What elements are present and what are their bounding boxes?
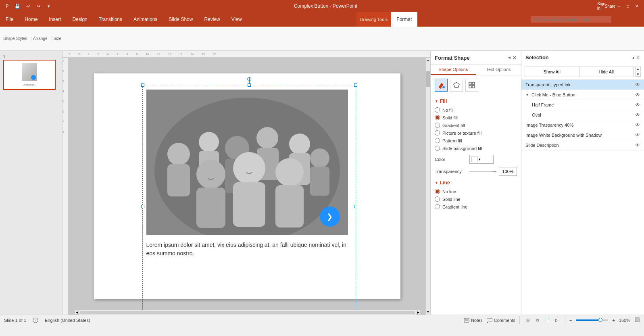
solid-fill-option[interactable]: Solid fill: [435, 115, 517, 120]
sel-item-half-frame-eye[interactable]: 👁: [635, 102, 640, 108]
effects-icon-btn[interactable]: [450, 79, 463, 92]
solid-fill-radio[interactable]: [435, 115, 440, 120]
slideshow-view-icon[interactable]: ▷: [553, 316, 561, 324]
scroll-down-button[interactable]: ▼: [426, 309, 430, 315]
solid-line-radio[interactable]: [435, 196, 440, 202]
scroll-thumb[interactable]: [426, 71, 430, 87]
no-line-radio[interactable]: [435, 189, 440, 194]
tab-shape-options[interactable]: Shape Options: [431, 65, 476, 75]
sel-item-slide-description[interactable]: Slide Description 👁: [521, 140, 644, 150]
reorder-up-button[interactable]: ▲: [635, 67, 641, 71]
tell-me-input[interactable]: [531, 16, 611, 23]
no-line-option[interactable]: No line: [435, 189, 517, 194]
horizontal-scrollbar[interactable]: ◀ ▶: [75, 310, 421, 315]
handle-tl[interactable]: [141, 83, 144, 87]
no-fill-option[interactable]: No fill: [435, 107, 517, 113]
format-shape-close[interactable]: ✕: [512, 54, 517, 61]
zoom-level[interactable]: 160%: [619, 318, 630, 323]
normal-view-icon[interactable]: ⊞: [524, 316, 532, 324]
sel-item-transparent-hyperlink[interactable]: Transparent HyperLink 👁: [521, 80, 644, 90]
minimize-button[interactable]: ─: [616, 3, 622, 9]
fit-to-window-icon[interactable]: [634, 317, 640, 323]
tab-view[interactable]: View: [226, 12, 248, 27]
reorder-down-button[interactable]: ▼: [635, 72, 641, 77]
hide-all-button[interactable]: Hide All: [579, 67, 634, 77]
line-section-header[interactable]: ▼ Line: [435, 180, 517, 186]
zoom-minus[interactable]: −: [569, 318, 572, 323]
reading-view-icon[interactable]: 📄: [543, 316, 551, 324]
sel-item-half-frame[interactable]: Half Frame 👁: [528, 100, 644, 110]
notes-button[interactable]: Notes: [464, 318, 483, 323]
solid-line-option[interactable]: Solid line: [435, 196, 517, 202]
gradient-line-radio[interactable]: [435, 204, 440, 209]
handle-mr[interactable]: [354, 205, 357, 208]
handle-ml[interactable]: [141, 205, 144, 208]
handle-tr[interactable]: [354, 83, 357, 87]
transparency-slider[interactable]: [469, 171, 496, 172]
sel-item-image-white-bg[interactable]: Image White Background with Shadow 👁: [521, 130, 644, 140]
slide-bg-fill-option[interactable]: Slide background fill: [435, 146, 517, 151]
tab-text-options[interactable]: Text Options: [476, 65, 521, 75]
fill-line-icon-btn[interactable]: [435, 79, 448, 92]
no-fill-radio[interactable]: [435, 107, 440, 113]
pattern-fill-option[interactable]: Pattern fill: [435, 138, 517, 143]
sign-in-button[interactable]: Sign in: [598, 3, 604, 9]
zoom-slider[interactable]: [576, 319, 608, 321]
canvas-scroll[interactable]: ❯ Lorem ipsum dolor sit amet, vix eius a…: [69, 58, 425, 315]
handle-rotate[interactable]: [247, 77, 251, 81]
scroll-left-button[interactable]: ◀: [75, 311, 79, 315]
picture-fill-option[interactable]: Picture or texture fill: [435, 130, 517, 136]
undo-button[interactable]: ↩: [23, 2, 32, 10]
sel-item-image-white-bg-eye[interactable]: 👁: [635, 132, 640, 138]
tab-slideshow[interactable]: Slide Show: [163, 12, 198, 27]
zoom-thumb[interactable]: [598, 318, 602, 322]
picture-fill-radio[interactable]: [435, 130, 440, 136]
scroll-up-button[interactable]: ▲: [426, 58, 430, 63]
redo-button[interactable]: ↪: [34, 2, 43, 10]
customize-qat-button[interactable]: ▾: [44, 2, 53, 10]
slide-sorter-icon[interactable]: ⧉: [534, 316, 542, 324]
tab-design[interactable]: Design: [67, 12, 93, 27]
show-all-button[interactable]: Show All: [525, 67, 579, 77]
scroll-bar-thumb[interactable]: [80, 311, 415, 314]
gradient-fill-radio[interactable]: [435, 123, 440, 128]
gradient-line-option[interactable]: Gradient line: [435, 204, 517, 209]
transparency-value[interactable]: 100%: [499, 167, 517, 176]
tab-file[interactable]: File: [0, 12, 19, 27]
tab-insert[interactable]: Insert: [43, 12, 67, 27]
accessibility-check[interactable]: ✓: [33, 317, 38, 323]
format-shape-collapse[interactable]: ◂: [508, 54, 511, 61]
comments-button[interactable]: Comments: [487, 318, 515, 323]
share-button[interactable]: Share: [607, 3, 613, 9]
sel-item-transparent-hyperlink-eye[interactable]: 👁: [635, 82, 640, 88]
close-button[interactable]: ✕: [634, 3, 640, 9]
color-picker-button[interactable]: ▾: [469, 155, 494, 164]
selection-close-btn[interactable]: ✕: [636, 55, 640, 61]
selection-collapse-btn[interactable]: ◂: [632, 55, 634, 61]
slide-bg-fill-radio[interactable]: [435, 146, 440, 151]
blue-button[interactable]: ❯: [320, 207, 340, 227]
restore-button[interactable]: □: [625, 3, 631, 9]
sel-item-image-transparency[interactable]: Image Trasparency 40% 👁: [521, 120, 644, 130]
fill-section-header[interactable]: ▼ Fill: [435, 98, 517, 104]
slide-thumbnail[interactable]: Lorem ipsum...: [3, 60, 56, 90]
tab-animations[interactable]: Animations: [128, 12, 163, 27]
sel-item-oval[interactable]: Oval 👁: [528, 110, 644, 120]
tab-home[interactable]: Home: [19, 12, 43, 27]
zoom-plus[interactable]: +: [612, 318, 615, 323]
gradient-fill-option[interactable]: Gradient fill: [435, 123, 517, 128]
tab-transitions[interactable]: Transitions: [93, 12, 128, 27]
pattern-fill-radio[interactable]: [435, 138, 440, 143]
vertical-scrollbar[interactable]: ▲ ▼: [425, 58, 430, 315]
scroll-right-button[interactable]: ▶: [416, 311, 421, 315]
layout-icon-btn[interactable]: [465, 79, 478, 92]
tab-format[interactable]: Format: [391, 12, 417, 27]
save-button[interactable]: 💾: [13, 2, 22, 10]
sel-item-slide-description-eye[interactable]: 👁: [635, 142, 640, 148]
sel-item-click-me-eye[interactable]: 👁: [635, 92, 640, 98]
sel-item-click-me-blue-button[interactable]: ▼ Click Me - Blue Button 👁: [521, 90, 644, 100]
sel-item-oval-eye[interactable]: 👁: [635, 112, 640, 118]
expand-blue-button-arrow[interactable]: ▼: [525, 93, 529, 97]
handle-tm[interactable]: [248, 83, 251, 87]
tab-review[interactable]: Review: [198, 12, 225, 27]
